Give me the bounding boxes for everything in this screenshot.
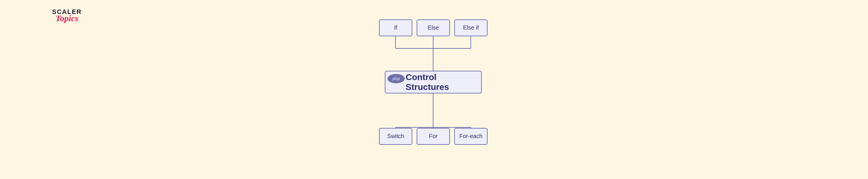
box-switch: Switch: [379, 128, 412, 145]
box-if-label: If: [394, 24, 397, 31]
box-for: For: [416, 128, 450, 145]
box-for-label: For: [429, 133, 438, 139]
box-if: If: [379, 20, 412, 36]
box-elseif: Else if: [454, 20, 488, 36]
php-logo: php: [387, 74, 405, 83]
box-center-label: Control Structures: [406, 72, 481, 92]
box-else: Else: [416, 20, 450, 36]
logo-topics-text: Topics: [56, 14, 79, 23]
box-elseif-label: Else if: [463, 24, 478, 31]
diagram-container: If Else Else if Control Structures php S…: [359, 14, 509, 165]
box-foreach-label: For-each: [459, 133, 482, 139]
box-foreach: For-each: [454, 128, 488, 145]
svg-text:php: php: [392, 76, 400, 81]
box-else-label: Else: [428, 24, 439, 31]
box-switch-label: Switch: [387, 133, 404, 139]
logo: SCALER Topics: [52, 9, 82, 23]
